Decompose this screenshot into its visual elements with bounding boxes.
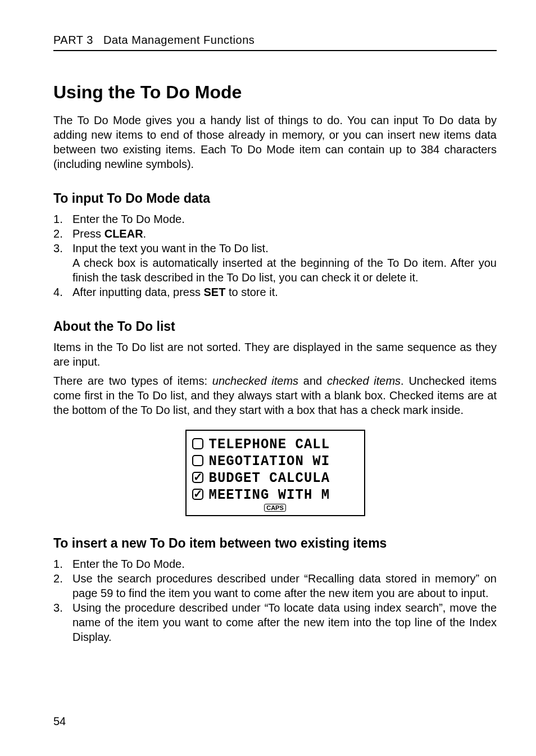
lcd-row-0: TELEPHONE CALL (192, 435, 358, 452)
heading-input-data: To input To Do Mode data (53, 191, 497, 206)
caps-indicator: CAPS (264, 504, 286, 512)
about-p1: Items in the To Do list are not sorted. … (53, 340, 497, 369)
about-p2: There are two types of items: unchecked … (53, 374, 497, 417)
header-rule (53, 50, 497, 51)
step-c2: Use the search procedures described unde… (53, 571, 497, 600)
step-a2-post: . (143, 227, 147, 240)
step-a3: Input the text you want in the To Do lis… (53, 241, 497, 285)
header-section: Data Management Functions (103, 34, 255, 46)
step-c3-text: Using the procedure described under “To … (72, 602, 497, 643)
checkbox-checked-icon (192, 472, 203, 483)
lcd-row-3: MEETING WITH M (192, 486, 358, 503)
page: PART 3 Data Management Functions Using t… (0, 0, 536, 756)
lcd-row-1-text: NEGOTIATION WI (209, 452, 330, 469)
checkbox-checked-icon (192, 489, 203, 500)
heading-insert-item: To insert a new To Do item between two e… (53, 536, 497, 551)
checkbox-unchecked-icon (192, 455, 203, 466)
step-a1-text: Enter the To Do Mode. (72, 213, 185, 225)
step-a3-line2: A check box is automatically inserted at… (72, 257, 497, 284)
running-header: PART 3 Data Management Functions (53, 34, 497, 47)
lcd-display-wrap: TELEPHONE CALL NEGOTIATION WI BUDGET CAL… (53, 430, 497, 516)
step-a4-post: to store it. (225, 286, 278, 298)
page-title: Using the To Do Mode (53, 82, 497, 103)
heading-about-list: About the To Do list (53, 319, 497, 334)
step-c1: Enter the To Do Mode. (53, 557, 497, 571)
step-a4-key: SET (203, 286, 225, 298)
lcd-row-2-text: BUDGET CALCULA (209, 469, 330, 486)
step-c1-text: Enter the To Do Mode. (72, 558, 185, 570)
step-a1: Enter the To Do Mode. (53, 212, 497, 226)
step-a3-line1: Input the text you want in the To Do lis… (72, 242, 269, 254)
step-c3: Using the procedure described under “To … (53, 600, 497, 644)
steps-input-data: Enter the To Do Mode. Press CLEAR. Input… (53, 212, 497, 299)
about-p2-b: unchecked items (212, 375, 298, 387)
lcd-row-1: NEGOTIATION WI (192, 452, 358, 469)
intro-paragraph: The To Do Mode gives you a handy list of… (53, 113, 497, 171)
about-p2-c: and (298, 375, 327, 387)
lcd-display: TELEPHONE CALL NEGOTIATION WI BUDGET CAL… (185, 430, 365, 516)
step-a2-key: CLEAR (105, 227, 143, 240)
about-p2-a: There are two types of items: (53, 375, 212, 387)
lcd-row-0-text: TELEPHONE CALL (209, 435, 330, 452)
step-a4-pre: After inputting data, press (72, 286, 203, 298)
page-number: 54 (53, 715, 66, 728)
step-a2: Press CLEAR. (53, 226, 497, 241)
lcd-row-3-text: MEETING WITH M (209, 486, 330, 503)
lcd-caps-row: CAPS (192, 504, 358, 512)
header-part: PART 3 (53, 34, 93, 46)
checkbox-unchecked-icon (192, 438, 203, 449)
step-a2-pre: Press (72, 227, 105, 240)
step-c2-text: Use the search procedures described unde… (72, 571, 497, 600)
about-p2-d: checked items (327, 375, 401, 387)
step-a4: After inputting data, press SET to store… (53, 285, 497, 299)
lcd-row-2: BUDGET CALCULA (192, 469, 358, 486)
steps-insert-item: Enter the To Do Mode. Use the search pro… (53, 557, 497, 644)
